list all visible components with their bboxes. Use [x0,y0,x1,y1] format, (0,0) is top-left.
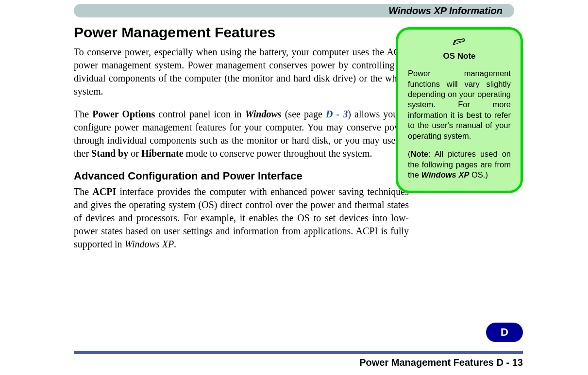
text: . [174,239,176,249]
windows-label: Windows [245,109,282,119]
text: The [74,186,92,197]
paragraph-2: The Power Options control panel icon in … [74,108,409,160]
note-body-2: (Note: All pictures used on the followin… [408,149,511,180]
header-bar: Windows XP Information [74,4,514,17]
footer-rule [74,351,523,354]
note-title: OS Note [408,51,511,62]
section-tab-label: D [501,326,508,339]
standby-label: Stand by [91,148,128,159]
page-ref-link[interactable]: D - 3 [326,109,348,119]
text: (see page [282,109,326,119]
note-body-1: Power management functions will vary sli… [408,68,511,141]
power-options-label: Power Options [92,109,155,119]
header-title: Windows XP Information [388,5,503,16]
paragraph-1: To conserve power, especially when using… [74,46,409,98]
section-tab: D [486,323,523,342]
text: or [128,148,141,159]
section-heading: Advanced Configuration and Power Interfa… [74,170,409,182]
os-note-box: OS Note Power management functions will … [396,27,523,193]
pencil-icon [408,36,511,49]
page-heading: Power Management Features [74,24,409,41]
text: The [74,109,92,119]
text: control panel icon in [155,109,245,119]
note-label: Note [411,149,429,158]
paragraph-3: The ACPI interface provides the computer… [74,185,409,251]
text: OS.) [469,170,488,179]
text: mode to conserve power throughout the sy… [184,148,372,159]
hibernate-label: Hibernate [141,148,184,159]
windows-xp-label: Windows XP [421,170,470,179]
windows-xp-label: Windows XP [124,239,174,249]
acpi-label: ACPI [92,186,116,197]
footer-text: Power Management Features D - 13 [359,357,523,368]
main-content: Power Management Features To conserve po… [74,24,409,251]
